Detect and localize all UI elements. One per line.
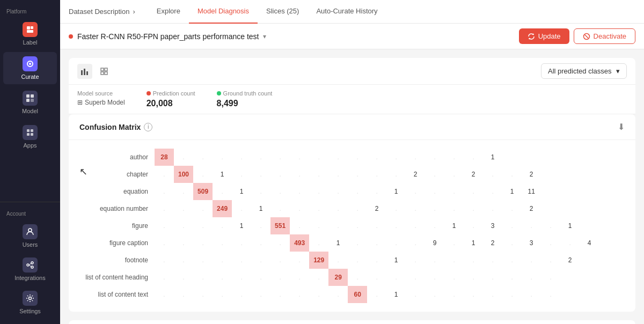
matrix-cell: . [251, 234, 270, 252]
main-content: Dataset Description › Explore Model Diag… [60, 0, 644, 324]
matrix-cell: . [386, 217, 406, 234]
matrix-cell: . [251, 166, 270, 183]
matrix-cell: . [309, 183, 328, 200]
sidebar-item-users[interactable]: Users [3, 220, 57, 252]
source-icon: ⊞ [77, 99, 83, 106]
sidebar: Platform Label Curate Model Apps Account [0, 0, 60, 324]
matrix-cell: 100 [174, 166, 193, 183]
matrix-cell: . [367, 286, 386, 303]
nav-auto-curate[interactable]: Auto-Curate History [308, 0, 386, 24]
confusion-matrix-section: Confusion Matrix i ⬇ ↖ author28.........… [69, 114, 635, 312]
matrix-cell: . [270, 166, 290, 183]
matrix-cell: . [328, 252, 348, 269]
sidebar-item-settings[interactable]: Settings [3, 286, 57, 319]
matrix-cell: 1 [560, 217, 580, 234]
matrix-cell: . [213, 149, 232, 166]
matrix-cell: . [232, 149, 251, 166]
matrix-cell: . [483, 269, 502, 286]
bar-chart-icon[interactable] [77, 64, 92, 79]
matrix-cell: 9 [425, 234, 444, 252]
label-icon [23, 22, 38, 37]
table-row: equation..509.1.......1.....111 [79, 183, 599, 200]
deactivate-button[interactable]: Deactivate [574, 28, 635, 44]
matrix-cell: . [213, 286, 232, 303]
matrix-cell: . [290, 166, 309, 183]
svg-rect-12 [31, 133, 33, 136]
matrix-cell: 1 [232, 183, 251, 200]
matrix-cell: . [502, 252, 522, 269]
matrix-cell: . [483, 166, 502, 183]
matrix-cell: . [444, 166, 464, 183]
matrix-cell: . [367, 183, 386, 200]
matrix-cell: . [309, 286, 328, 303]
matrix-row-label: footnote [79, 252, 155, 269]
matrix-cell: 1 [444, 217, 464, 234]
matrix-cell: 1 [328, 234, 348, 252]
matrix-cell: . [213, 183, 232, 200]
status-dot-red [69, 34, 73, 39]
matrix-cell: . [406, 149, 425, 166]
matrix-cell: . [464, 200, 483, 217]
matrix-cell: . [425, 269, 444, 286]
matrix-cell: . [483, 252, 502, 269]
class-dropdown[interactable]: All predicted classes ▾ [541, 63, 627, 79]
matrix-cell: . [406, 286, 425, 303]
matrix-cell: . [328, 183, 348, 200]
nav-model-diagnosis[interactable]: Model Diagnosis [189, 0, 258, 24]
matrix-cell: . [406, 217, 425, 234]
matrix-cell: . [541, 217, 560, 234]
update-label: Update [538, 32, 561, 40]
matrix-cell: . [174, 234, 193, 252]
matrix-cell: 1 [386, 183, 406, 200]
model-icon [23, 91, 38, 106]
matrix-cell: . [348, 269, 367, 286]
platform-label: Platform [0, 4, 60, 17]
matrix-cell: 1 [386, 252, 406, 269]
confusion-matrix-download-button[interactable]: ⬇ [618, 122, 625, 132]
account-label: Account [0, 207, 60, 219]
nav-explore[interactable]: Explore [148, 0, 189, 24]
breadcrumb: Dataset Description › [69, 8, 135, 16]
svg-rect-22 [81, 70, 83, 75]
sidebar-item-model[interactable]: Model [3, 86, 57, 119]
model-source-value: ⊞ Superb Model [77, 99, 125, 106]
update-button[interactable]: Update [519, 28, 569, 44]
table-row: chapter.100.1.........2..2..2 [79, 166, 599, 183]
sidebar-item-curate[interactable]: Curate [3, 52, 57, 84]
sidebar-item-apps[interactable]: Apps [3, 121, 57, 153]
matrix-cell: 2 [522, 166, 541, 183]
matrix-row-label: equation [79, 183, 155, 200]
matrix-cell: . [541, 269, 560, 286]
chevron-down-icon[interactable]: ▾ [263, 33, 266, 40]
sidebar-settings-text: Settings [19, 308, 41, 314]
sidebar-item-label[interactable]: Label [3, 18, 57, 50]
matrix-cell: . [425, 217, 444, 234]
matrix-cell: . [155, 234, 174, 252]
matrix-cell: . [386, 234, 406, 252]
matrix-row-label: chapter [79, 166, 155, 183]
matrix-cell: 509 [193, 183, 213, 200]
grid-icon[interactable] [97, 64, 112, 79]
model-title: Faster R-CNN R50-FPN paper_parts perform… [69, 32, 266, 41]
matrix-row-label: author [79, 149, 155, 166]
breadcrumb-text[interactable]: Dataset Description [69, 8, 129, 16]
content-area: All predicted classes ▾ Model source ⊞ S… [60, 49, 644, 324]
svg-rect-2 [27, 30, 33, 33]
matrix-cell: . [386, 166, 406, 183]
ground-truth-item: Ground truth count 8,499 [217, 90, 273, 108]
viz-icons [77, 64, 112, 79]
sidebar-label-text: Label [23, 39, 38, 46]
matrix-cell: . [270, 149, 290, 166]
nav-slices[interactable]: Slices (25) [258, 0, 308, 24]
matrix-cell: . [270, 200, 290, 217]
matrix-cell: . [155, 286, 174, 303]
matrix-cell: . [541, 252, 560, 269]
svg-point-15 [31, 262, 33, 264]
nav-links: Explore Model Diagnosis Slices (25) Auto… [148, 0, 386, 24]
confusion-matrix-info-icon[interactable]: i [144, 123, 152, 131]
sidebar-item-integrations[interactable]: Integrations [3, 253, 57, 285]
matrix-cell: 2 [522, 200, 541, 217]
top-nav: Dataset Description › Explore Model Diag… [60, 0, 644, 24]
svg-line-18 [29, 265, 31, 267]
matrix-cell: . [483, 286, 502, 303]
